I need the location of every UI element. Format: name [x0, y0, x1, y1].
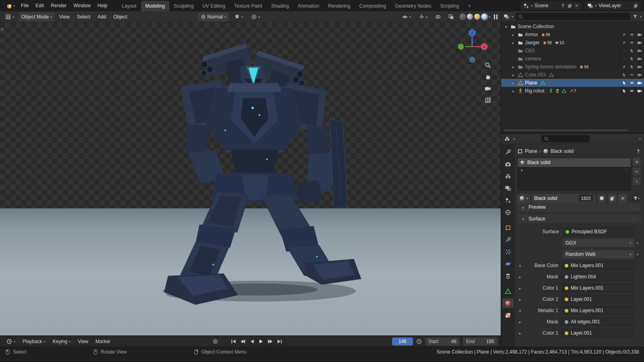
pin-icon[interactable]	[561, 3, 566, 8]
tab-rendering[interactable]: Rendering	[324, 1, 355, 11]
menu-edit[interactable]: Edit	[32, 1, 47, 10]
playback-menu[interactable]: Playback	[19, 337, 49, 346]
preview-range-icon[interactable]	[416, 339, 422, 344]
color1-link-button[interactable]: Mix Layers.001	[561, 284, 634, 292]
outliner-editor-icon[interactable]	[504, 14, 509, 19]
exclude-checkbox[interactable]	[622, 64, 627, 69]
render-visibility-icon[interactable]	[637, 80, 642, 85]
outliner-scrollbar[interactable]	[504, 130, 628, 131]
gizmos-toggle[interactable]	[416, 12, 430, 21]
pan-button[interactable]	[485, 74, 491, 80]
copy-icon[interactable]	[634, 3, 638, 8]
auto-keying-toggle[interactable]	[213, 339, 218, 344]
pause-button[interactable]	[493, 14, 498, 19]
hide-icon[interactable]	[630, 80, 634, 85]
select-icon[interactable]	[630, 64, 634, 69]
snap-toggle[interactable]	[231, 12, 246, 21]
expand-icon[interactable]	[510, 88, 516, 94]
scene-selector[interactable]: Scene	[521, 1, 582, 10]
render-visibility-icon[interactable]	[637, 88, 642, 93]
breadcrumb-object[interactable]: Plane	[525, 148, 537, 154]
material-slot-item[interactable]: Black solid	[518, 158, 631, 167]
exclude-checkbox[interactable]	[622, 32, 627, 37]
outliner-row-camera[interactable]: camera	[501, 55, 644, 63]
expand-icon[interactable]	[517, 319, 523, 325]
tab-object-data[interactable]	[502, 286, 514, 296]
mode-dropdown[interactable]: Object Mode	[19, 12, 55, 21]
tab-geometry-nodes[interactable]: Geometry Nodes	[390, 1, 436, 11]
select-icon[interactable]	[622, 80, 627, 85]
hide-icon[interactable]	[630, 32, 634, 37]
menu-select[interactable]: Select	[74, 12, 93, 21]
exclude-checkbox[interactable]	[622, 40, 627, 45]
play-button[interactable]	[257, 337, 265, 346]
current-frame-field[interactable]: 145	[392, 337, 413, 346]
expand-icon[interactable]	[510, 40, 516, 45]
jump-to-start-button[interactable]	[229, 337, 237, 346]
render-visibility-icon[interactable]	[637, 56, 642, 61]
frame-start-field[interactable]: Start 48	[425, 337, 460, 346]
tab-modifiers[interactable]	[502, 235, 514, 245]
visibility-dropdown[interactable]	[399, 12, 414, 21]
breadcrumb-data[interactable]: Black solid	[551, 148, 574, 154]
robot-model[interactable]	[0, 23, 501, 335]
tab-physics[interactable]	[502, 259, 514, 269]
render-visibility-icon[interactable]	[637, 72, 642, 77]
toolbar-toggle[interactable]	[1, 26, 3, 32]
color1b-link-button[interactable]: Layer.001	[561, 329, 634, 337]
render-visibility-icon[interactable]	[637, 40, 642, 45]
axis-y-handle[interactable]	[458, 44, 464, 50]
metallic1-link-button[interactable]: Mix Layers.001	[561, 306, 634, 315]
timeline-view-menu[interactable]: View	[74, 337, 91, 346]
proportional-editing-toggle[interactable]	[248, 12, 263, 21]
mask-link-button[interactable]: Lighten.004	[561, 272, 634, 281]
outliner-row-scene-collection[interactable]: Scene Collection	[501, 23, 644, 31]
tab-sculpting[interactable]: Sculpting	[169, 1, 198, 11]
distribution-dropdown[interactable]: GGX	[562, 239, 634, 247]
filter-icon[interactable]	[633, 14, 638, 19]
render-visibility-icon[interactable]	[637, 64, 642, 69]
expand-icon[interactable]	[517, 285, 523, 291]
add-slot-button[interactable]	[633, 158, 641, 166]
expand-icon[interactable]	[510, 64, 516, 70]
jump-to-end-button[interactable]	[276, 337, 284, 346]
animate-property-button[interactable]	[634, 241, 641, 245]
transform-orientation-dropdown[interactable]: Normal	[198, 12, 229, 21]
overlays-toggle[interactable]	[432, 12, 444, 21]
play-reverse-button[interactable]	[248, 337, 256, 346]
shading-material-button[interactable]	[474, 14, 480, 20]
base-color-link-button[interactable]: Mix Layers.001	[561, 261, 634, 270]
animate-property-button[interactable]	[634, 253, 641, 256]
shading-solid-button[interactable]	[467, 14, 473, 20]
menu-help[interactable]: Help	[94, 1, 111, 10]
outliner-row-spring-bones[interactable]: Spring bones simulation 99	[501, 63, 644, 71]
material-slot-list[interactable]: Black solid	[517, 158, 631, 191]
copy-icon[interactable]	[568, 3, 572, 8]
expand-icon[interactable]	[517, 274, 523, 280]
panel-grip[interactable]	[632, 217, 638, 221]
tab-particles[interactable]	[502, 247, 514, 257]
users-count-button[interactable]: 1822	[579, 195, 593, 202]
outliner-row-rig-robot[interactable]: Rig.robot 7	[501, 87, 644, 95]
preview-panel-header[interactable]: Preview	[517, 203, 641, 212]
exclude-checkbox[interactable]	[622, 56, 627, 61]
hide-icon[interactable]	[630, 72, 634, 77]
tab-modeling[interactable]: Modeling	[141, 1, 169, 11]
expand-icon[interactable]	[503, 24, 509, 29]
hide-icon[interactable]	[630, 40, 634, 45]
fake-user-button[interactable]	[597, 194, 606, 203]
tab-compositing[interactable]: Compositing	[355, 1, 390, 11]
shading-rendered-button[interactable]	[481, 14, 487, 20]
material-name-field[interactable]: Black solid 1822	[532, 194, 596, 203]
select-icon[interactable]	[630, 56, 634, 61]
tab-scene[interactable]	[502, 195, 514, 205]
render-visibility-icon[interactable]	[637, 32, 642, 37]
tab-output[interactable]	[502, 171, 514, 181]
resize-grip[interactable]	[623, 168, 629, 172]
expand-icon[interactable]	[517, 296, 523, 302]
next-keyframe-button[interactable]	[266, 337, 275, 346]
exclude-checkbox[interactable]	[622, 48, 627, 53]
tab-texture-paint[interactable]: Texture Paint	[230, 1, 267, 11]
menu-object[interactable]: Object	[111, 12, 130, 21]
expand-icon[interactable]	[510, 72, 516, 78]
